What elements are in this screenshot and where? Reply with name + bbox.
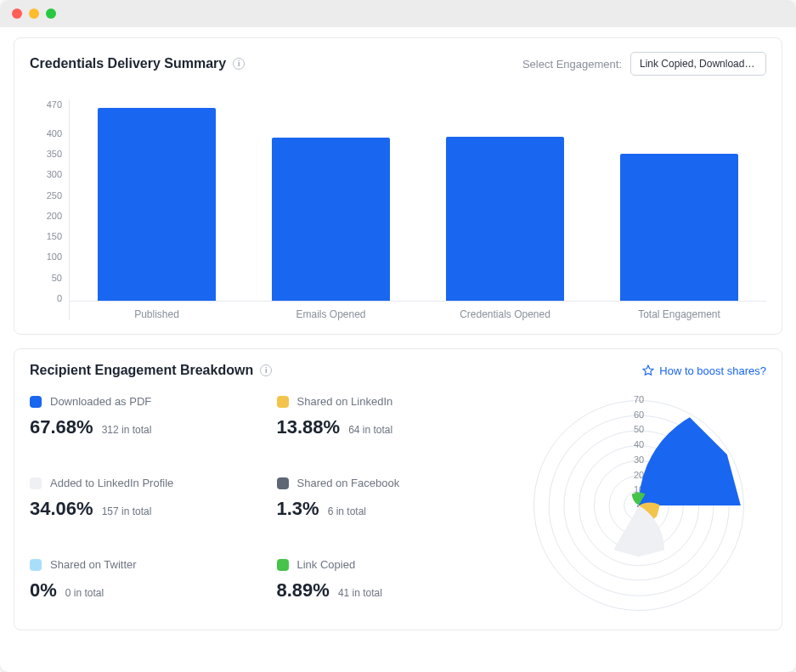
bar [620,154,738,301]
bar [446,137,564,301]
y-axis-tick: 250 [47,190,62,211]
stat-total: 157 in total [102,505,152,517]
y-axis-tick: 300 [47,169,62,189]
y-axis-tick: 150 [47,231,62,251]
window-close-dot[interactable] [12,8,22,19]
info-icon[interactable]: i [260,364,272,376]
engagement-breakdown-card: Recipient Engagement Breakdown i How to … [14,348,782,630]
delivery-bar-chart: 470400350300250200150100500 PublishedEma… [30,99,766,320]
stat-name: Added to LinkedIn Profile [50,477,173,489]
boost-shares-link[interactable]: How to boost shares? [642,364,766,377]
summary-title: Credentials Delivery Summary [30,56,226,71]
stat-percent: 1.3% [277,498,319,520]
stat-total: 41 in total [338,587,382,599]
stat-name: Shared on LinkedIn [297,395,393,408]
info-icon[interactable]: i [233,58,245,70]
engagement-stat: Downloaded as PDF67.68%312 in total [30,395,257,453]
window-titlebar [0,0,796,27]
stat-percent: 67.68% [30,416,93,438]
stat-percent: 34.06% [30,498,93,520]
window-maximize-dot[interactable] [46,8,56,19]
engagement-polar-chart: 10203040506070 [528,395,749,616]
color-swatch [30,559,42,571]
color-swatch [30,477,42,489]
y-axis-tick: 50 [52,273,62,293]
stat-percent: 8.89% [277,579,330,601]
engagement-stat: Shared on Facebook1.3%6 in total [277,477,504,534]
engagement-select[interactable]: Link Copied, Downloaded... [630,52,766,76]
bar [98,108,216,301]
color-swatch [277,559,289,571]
engagement-select-label: Select Engagement: [522,58,622,71]
engagement-stat: Shared on LinkedIn13.88%64 in total [277,395,504,453]
y-axis-tick: 100 [47,251,62,272]
window-minimize-dot[interactable] [29,8,39,19]
engagement-stat: Shared on Twitter0%0 in total [30,558,257,616]
y-axis-tick: 350 [47,149,62,169]
stat-percent: 13.88% [277,416,341,438]
stat-total: 0 in total [65,587,104,599]
radial-tick: 70 [634,394,644,404]
stat-total: 312 in total [102,424,152,436]
engagement-stat: Link Copied8.89%41 in total [277,558,504,616]
engagement-stat: Added to LinkedIn Profile34.06%157 in to… [30,477,257,534]
color-swatch [277,396,289,408]
stat-name: Link Copied [297,558,356,571]
stat-percent: 0% [30,579,57,601]
boost-shares-label: How to boost shares? [659,364,766,377]
color-swatch [277,477,289,489]
y-axis-tick: 400 [47,128,62,149]
y-axis-tick: 470 [47,99,62,128]
y-axis-tick: 200 [47,211,62,231]
x-axis-label: Published [70,308,244,320]
color-swatch [30,396,42,408]
x-axis-label: Credentials Opened [418,308,592,320]
bar [272,138,390,301]
stat-name: Shared on Facebook [297,477,400,489]
breakdown-title: Recipient Engagement Breakdown [30,363,253,378]
x-axis-label: Emails Opened [244,308,418,320]
y-axis-tick: 0 [57,293,62,303]
x-axis-label: Total Engagement [592,308,766,320]
stat-name: Downloaded as PDF [50,395,151,408]
stat-total: 6 in total [328,505,366,517]
stat-total: 64 in total [348,424,392,436]
delivery-summary-card: Credentials Delivery Summary i Select En… [14,37,782,335]
star-icon [642,364,654,376]
stat-name: Shared on Twitter [50,558,137,571]
svg-marker-0 [643,365,653,375]
